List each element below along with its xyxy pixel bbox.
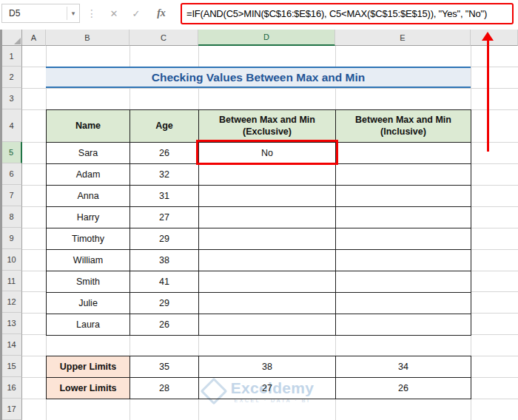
cell-C10[interactable]: 38 — [130, 250, 199, 271]
cell-B6[interactable]: Adam — [47, 164, 130, 186]
formula-text: =IF(AND(C5>MIN($C$16:$E$16), C5<MAX($C$1… — [186, 8, 487, 19]
sheet-title-cell[interactable]: Checking Values Between Max and Min — [46, 67, 471, 88]
cell-D6[interactable] — [199, 164, 336, 186]
cell-E15[interactable]: 34 — [336, 356, 471, 378]
cell-D5[interactable]: No — [199, 143, 336, 164]
cell-D16[interactable]: 27 — [199, 378, 336, 399]
cell-C11[interactable]: 41 — [130, 271, 199, 293]
cell-E7[interactable] — [336, 186, 471, 207]
cell-E16[interactable]: 26 — [336, 378, 471, 399]
cell-E10[interactable] — [336, 250, 471, 271]
row-header-14[interactable]: 14 — [0, 334, 22, 356]
cell-D13[interactable] — [199, 314, 336, 336]
row-header-5[interactable]: 5 — [0, 142, 22, 163]
cell-C6[interactable]: 32 — [130, 164, 199, 186]
cell-B7[interactable]: Anna — [47, 186, 130, 207]
row-header-3[interactable]: 3 — [0, 88, 22, 109]
cell-E4[interactable]: Between Max and Min (Inclusive) — [336, 110, 471, 143]
select-all-corner[interactable] — [0, 30, 22, 46]
cell-D12[interactable] — [199, 293, 336, 314]
row-header-8[interactable]: 8 — [0, 206, 22, 228]
row-header-9[interactable]: 9 — [0, 228, 22, 249]
row-header-4[interactable]: 4 — [0, 109, 22, 142]
limits-table: Upper Limits 35 38 34 Lower Limits 28 27… — [46, 356, 471, 399]
cell-B13[interactable]: Laura — [47, 314, 130, 336]
row-header-2[interactable]: 2 — [0, 67, 22, 88]
annotation-arrow-shaft — [487, 40, 489, 152]
cell-C16[interactable]: 28 — [130, 378, 199, 399]
column-header-d[interactable]: D — [198, 30, 335, 46]
row-header-11[interactable]: 11 — [0, 271, 22, 291]
cancel-icon[interactable]: ✕ — [105, 4, 123, 23]
name-box-value: D5 — [9, 8, 20, 18]
cell-D10[interactable] — [199, 250, 336, 271]
cell-B9[interactable]: Timothy — [47, 228, 130, 250]
row-header-10[interactable]: 10 — [0, 249, 22, 271]
row-header-12[interactable]: 12 — [0, 291, 22, 313]
row-header-15[interactable]: 15 — [0, 356, 22, 377]
row-header-7[interactable]: 7 — [0, 185, 22, 206]
corner-triangle-icon — [14, 38, 21, 44]
cell-B8[interactable]: Harry — [47, 207, 130, 228]
cell-B15[interactable]: Upper Limits — [47, 356, 130, 378]
cell-E8[interactable] — [336, 207, 471, 228]
spreadsheet: A B C D E 1 2 3 4 5 6 7 8 9 10 11 12 13 … — [0, 30, 518, 420]
cell-D11[interactable] — [199, 271, 336, 293]
cell-D4[interactable]: Between Max and Min (Exclusive) — [199, 110, 336, 143]
column-header-c[interactable]: C — [130, 30, 198, 46]
cell-C5[interactable]: 26 — [130, 143, 199, 164]
name-box-dropdown-icon[interactable]: ▾ — [67, 10, 79, 17]
cell-D8[interactable] — [199, 207, 336, 228]
cell-E5[interactable] — [336, 143, 471, 164]
main-table: Name Age Between Max and Min (Exclusive)… — [46, 109, 471, 336]
formula-bar: D5 ▾ ⋮ ✕ ✓ fx =IF(AND(C5>MIN($C$16:$E$16… — [0, 0, 518, 28]
cell-B5[interactable]: Sara — [47, 143, 130, 164]
cell-B12[interactable]: Julie — [47, 293, 130, 314]
row-header-6[interactable]: 6 — [0, 163, 22, 185]
cell-C8[interactable]: 27 — [130, 207, 199, 228]
column-header-e[interactable]: E — [335, 30, 471, 46]
cell-E6[interactable] — [336, 164, 471, 186]
cell-C15[interactable]: 35 — [130, 356, 199, 378]
cell-B11[interactable]: Smith — [47, 271, 130, 293]
cell-E12[interactable] — [336, 293, 471, 314]
cell-B10[interactable]: William — [47, 250, 130, 271]
formula-input[interactable]: =IF(AND(C5>MIN($C$16:$E$16), C5<MAX($C$1… — [181, 3, 514, 24]
row-header-1[interactable]: 1 — [0, 46, 22, 67]
row-header-13[interactable]: 13 — [0, 313, 22, 334]
row-header-17[interactable]: 17 — [0, 399, 22, 420]
cell-C7[interactable]: 31 — [130, 186, 199, 207]
column-header-a[interactable]: A — [22, 30, 46, 46]
cell-D15[interactable]: 38 — [199, 356, 336, 378]
insert-function-icon[interactable]: fx — [151, 4, 172, 23]
row-header-16[interactable]: 16 — [0, 377, 22, 399]
cell-B4[interactable]: Name — [47, 110, 130, 143]
excel-window: D5 ▾ ⋮ ✕ ✓ fx =IF(AND(C5>MIN($C$16:$E$16… — [0, 0, 518, 420]
column-header-b[interactable]: B — [46, 30, 130, 46]
name-box[interactable]: D5 ▾ — [1, 4, 80, 23]
cell-C4[interactable]: Age — [130, 110, 199, 143]
cell-D7[interactable] — [199, 186, 336, 207]
window-left-edge — [0, 30, 2, 420]
cell-E13[interactable] — [336, 314, 471, 336]
cell-C12[interactable]: 29 — [130, 293, 199, 314]
cell-E9[interactable] — [336, 228, 471, 250]
cell-C9[interactable]: 29 — [130, 228, 199, 250]
cell-C13[interactable]: 26 — [130, 314, 199, 336]
cell-B16[interactable]: Lower Limits — [47, 378, 130, 399]
column-header-f[interactable] — [471, 30, 518, 46]
cell-E11[interactable] — [336, 271, 471, 293]
cell-D9[interactable] — [199, 228, 336, 250]
enter-icon[interactable]: ✓ — [127, 4, 145, 23]
formula-bar-grip-icon: ⋮ — [87, 4, 97, 23]
